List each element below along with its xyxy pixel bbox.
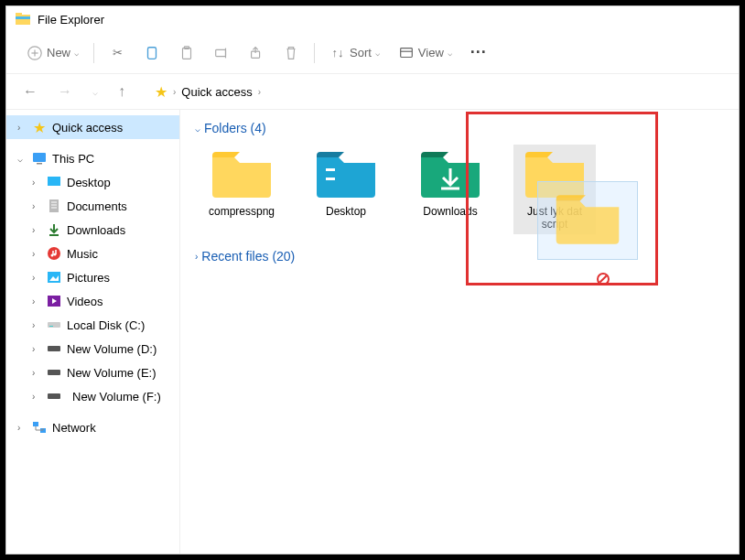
- sidebar-item-volume-f[interactable]: › New Volume (F:): [6, 384, 179, 408]
- chevron-right-icon: ›: [32, 344, 41, 354]
- app-icon: [16, 12, 30, 27]
- svg-point-23: [51, 254, 54, 257]
- delete-button[interactable]: [275, 39, 307, 67]
- trash-icon: [283, 45, 299, 61]
- drive-icon: [47, 365, 61, 380]
- share-icon: [248, 45, 265, 61]
- folder-compresspng[interactable]: compresspng: [200, 145, 283, 234]
- sort-button[interactable]: ↑↓ Sort ⌵: [322, 39, 387, 67]
- sidebar-item-downloads[interactable]: › Downloads: [6, 218, 179, 242]
- folder-downloads-icon: [417, 148, 483, 199]
- star-icon: ★: [155, 83, 167, 101]
- back-button[interactable]: ←: [19, 81, 41, 102]
- svg-rect-1: [16, 13, 22, 16]
- star-icon: ★: [32, 120, 47, 135]
- svg-rect-7: [183, 48, 191, 59]
- new-button[interactable]: New ⌵: [19, 39, 86, 67]
- drive-icon: [47, 341, 61, 356]
- window-title: File Explorer: [38, 13, 104, 27]
- chevron-down-icon[interactable]: ⌵: [89, 85, 102, 99]
- drive-icon: [47, 318, 61, 332]
- folder-desktop[interactable]: Desktop: [305, 145, 387, 234]
- folder-grid: compresspng Desktop Downloads Just lyk d…: [200, 145, 724, 234]
- sidebar-item-network[interactable]: › Network: [6, 415, 179, 439]
- svg-rect-31: [48, 346, 60, 351]
- monitor-icon: [32, 151, 47, 166]
- svg-rect-16: [48, 177, 60, 186]
- svg-rect-32: [48, 370, 60, 375]
- more-button[interactable]: ···: [463, 38, 494, 68]
- chevron-right-icon: ›: [17, 423, 27, 433]
- music-icon: [47, 246, 61, 261]
- cut-button[interactable]: ✂: [102, 39, 133, 67]
- chevron-down-icon: ⌵: [195, 124, 200, 134]
- folder-downloads[interactable]: Downloads: [409, 145, 491, 234]
- svg-rect-30: [49, 326, 53, 327]
- sidebar-item-music[interactable]: › Music: [6, 242, 179, 265]
- sidebar-item-volume-d[interactable]: › New Volume (D:): [6, 337, 179, 361]
- svg-rect-40: [326, 178, 335, 180]
- sidebar-item-pictures[interactable]: › Pictures: [6, 265, 179, 289]
- chevron-right-icon: ›: [32, 273, 41, 283]
- sidebar-item-volume-e[interactable]: › New Volume (E:): [6, 361, 179, 384]
- folder-desktop-icon: [313, 148, 379, 199]
- svg-rect-33: [48, 393, 60, 399]
- titlebar: File Explorer: [6, 6, 739, 32]
- svg-rect-34: [33, 422, 38, 426]
- svg-rect-17: [49, 199, 59, 212]
- network-icon: [32, 420, 47, 435]
- sidebar-item-desktop[interactable]: › Desktop: [6, 170, 179, 194]
- desktop-icon: [47, 175, 61, 189]
- svg-rect-39: [326, 168, 335, 171]
- chevron-right-icon: ›: [32, 201, 41, 211]
- share-button[interactable]: [241, 39, 272, 67]
- view-icon: [398, 45, 415, 61]
- toolbar: New ⌵ ✂: [6, 32, 739, 74]
- sidebar-item-videos[interactable]: › Videos: [6, 289, 179, 313]
- chevron-right-icon: ›: [173, 87, 176, 97]
- chevron-right-icon: ›: [32, 249, 41, 259]
- content-area: ⌵ Folders (4) compresspng Desktop Downlo…: [180, 110, 739, 554]
- sidebar-item-quick-access[interactable]: › ★ Quick access: [6, 115, 179, 139]
- chevron-right-icon: ›: [32, 320, 41, 330]
- chevron-right-icon: ›: [32, 368, 41, 378]
- folders-section-header[interactable]: ⌵ Folders (4): [195, 121, 724, 135]
- clipboard-icon: [178, 45, 195, 61]
- svg-rect-15: [37, 163, 42, 165]
- file-explorer-window: File Explorer New ⌵ ✂: [5, 5, 740, 555]
- svg-rect-2: [16, 16, 30, 19]
- folder-icon: [209, 148, 275, 199]
- sidebar-item-local-disk-c[interactable]: › Local Disk (C:): [6, 313, 179, 337]
- up-button[interactable]: ↑: [114, 81, 129, 102]
- drive-icon: [47, 389, 61, 404]
- picture-icon: [47, 270, 61, 285]
- chevron-down-icon: ⌵: [375, 48, 380, 58]
- copy-button[interactable]: [136, 39, 167, 67]
- paste-button[interactable]: [171, 39, 202, 67]
- copy-icon: [144, 45, 160, 61]
- sidebar-item-this-pc[interactable]: ⌵ This PC: [6, 146, 179, 170]
- forward-button[interactable]: →: [54, 81, 76, 102]
- rename-button[interactable]: [206, 39, 237, 67]
- chevron-right-icon: ›: [32, 296, 41, 307]
- chevron-down-icon: ⌵: [17, 154, 27, 164]
- chevron-right-icon: ›: [258, 87, 261, 97]
- recent-section-header[interactable]: › Recent files (20): [195, 249, 724, 264]
- svg-rect-29: [48, 322, 60, 328]
- scissors-icon: ✂: [109, 45, 125, 61]
- breadcrumb-item[interactable]: Quick access: [181, 85, 252, 99]
- sidebar-item-documents[interactable]: › Documents: [6, 194, 179, 218]
- sidebar: › ★ Quick access ⌵ This PC › Desktop › D…: [6, 110, 180, 554]
- chevron-right-icon: ›: [32, 225, 41, 235]
- svg-rect-12: [401, 48, 413, 57]
- svg-rect-9: [216, 49, 226, 56]
- chevron-right-icon: ›: [32, 392, 41, 402]
- document-icon: [47, 199, 61, 213]
- rename-icon: [213, 45, 230, 61]
- download-icon: [47, 222, 61, 237]
- svg-rect-14: [33, 153, 46, 162]
- denied-icon: [597, 273, 610, 285]
- view-button[interactable]: View ⌵: [391, 39, 459, 67]
- breadcrumb[interactable]: ★ › Quick access ›: [155, 83, 261, 101]
- chevron-right-icon: ›: [32, 178, 41, 188]
